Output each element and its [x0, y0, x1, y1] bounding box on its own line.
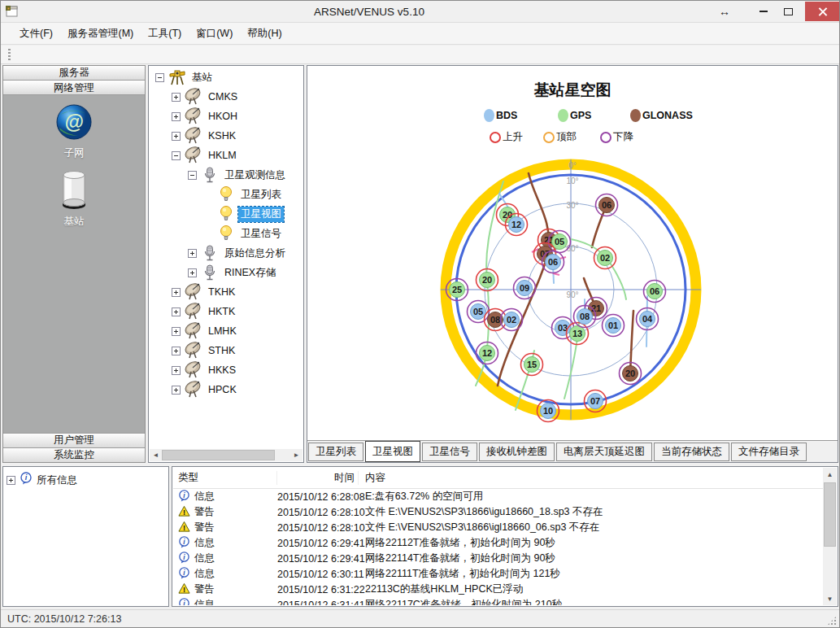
expander-plus-icon[interactable]	[172, 386, 181, 395]
expander-plus-icon[interactable]	[188, 268, 197, 277]
log-type-label: 警告	[194, 521, 215, 534]
tree-node-label[interactable]: 卫星视图	[238, 207, 284, 222]
message-tree-root[interactable]: i 所有信息	[3, 467, 168, 493]
menu-item[interactable]: 文件(F)	[12, 24, 60, 44]
tree-node-label[interactable]: 卫星观测信息	[222, 168, 288, 183]
tree-node[interactable]: 基站	[150, 68, 302, 87]
menu-item[interactable]: 帮助(H)	[240, 24, 289, 44]
expander-plus-icon[interactable]	[172, 132, 181, 141]
log-row[interactable]: i信息2015/10/12 6:29:41网络22112T准备就绪，初始化时间为…	[173, 535, 823, 551]
tree-node[interactable]: CMKS	[150, 87, 302, 107]
expander-plus-icon[interactable]	[7, 476, 15, 485]
tree-node-label[interactable]: 卫星信号	[238, 226, 284, 242]
tree-node-label[interactable]: HKKS	[206, 364, 238, 377]
tree-node[interactable]: STHK	[150, 341, 302, 360]
log-row[interactable]: i信息2015/10/12 6:29:41网络22114T准备就绪，初始化时间为…	[173, 551, 823, 566]
expander-plus-icon[interactable]	[172, 112, 181, 121]
title-bar: ARSNet/VENUS v5.10 ↔	[1, 1, 839, 22]
tree-node[interactable]: LMHK	[150, 321, 302, 341]
log-vertical-scrollbar[interactable]: ▲ ▼	[823, 468, 837, 605]
menu-item[interactable]: 窗口(W)	[189, 24, 240, 44]
expander-plus-icon[interactable]	[172, 366, 181, 375]
expander-minus-icon[interactable]	[172, 151, 181, 160]
sidebar-button[interactable]: 系统监控	[3, 447, 145, 462]
expander-plus-icon[interactable]	[172, 327, 181, 336]
tree-node-label[interactable]: STHK	[206, 344, 237, 357]
log-cell-type: !警告	[173, 505, 277, 520]
log-row[interactable]: !警告2015/10/12 6:28:10文件 E:\VENUS2\SP3\18…	[173, 504, 823, 520]
tree-node-label[interactable]: HKLM	[206, 149, 239, 162]
sidebar-shortcut-station[interactable]: 基站	[3, 168, 145, 229]
satellite-marker: 04	[637, 308, 659, 330]
expander-minus-icon[interactable]	[188, 171, 197, 180]
tree-node-label[interactable]: 原始信息分析	[222, 246, 288, 261]
tab-卫星视图[interactable]: 卫星视图	[365, 441, 420, 462]
maximize-button[interactable]	[776, 2, 800, 20]
scrollbar-thumb[interactable]	[162, 450, 275, 460]
tree-node-label[interactable]: 卫星列表	[238, 187, 284, 203]
tab-接收机钟差图[interactable]: 接收机钟差图	[479, 443, 555, 461]
sidebar-button[interactable]: 网络管理	[3, 81, 145, 95]
log-cell-type: i信息	[173, 490, 277, 504]
expander-minus-icon[interactable]	[155, 73, 164, 82]
tree-node-label[interactable]: LMHK	[206, 325, 239, 338]
expander-plus-icon[interactable]	[172, 288, 181, 297]
log-row[interactable]: !警告2015/10/12 6:31:2222113C的基线HKLM_HPCK已…	[173, 582, 823, 597]
tree-node-label[interactable]: TKHK	[206, 286, 237, 299]
tree-node-label[interactable]: CMKS	[206, 90, 240, 103]
toolbar-grip-icon[interactable]	[8, 49, 11, 60]
tree-node[interactable]: HPCK	[150, 380, 302, 399]
tree-node[interactable]: HKLM	[150, 146, 302, 165]
sidebar-button[interactable]: 用户管理	[3, 433, 145, 447]
menu-item[interactable]: 工具(T)	[141, 24, 189, 44]
sidebar-shortcut-subnet[interactable]: @子网	[3, 103, 145, 160]
tree-node[interactable]: 卫星观测信息	[150, 165, 302, 185]
tree-node[interactable]: 卫星视图	[150, 204, 302, 224]
log-header-type[interactable]: 类型	[173, 471, 277, 485]
expander-plus-icon[interactable]	[172, 347, 181, 355]
tree-node-label[interactable]: KSHK	[206, 129, 238, 142]
log-row[interactable]: !警告2015/10/12 6:28:10文件 E:\VENUS2\SP3\18…	[173, 520, 823, 535]
close-button[interactable]	[805, 2, 839, 21]
scroll-left-icon[interactable]: ◄	[150, 449, 162, 461]
resize-grip-icon[interactable]	[827, 616, 837, 626]
tab-卫星信号[interactable]: 卫星信号	[422, 443, 477, 461]
scroll-up-icon[interactable]: ▲	[823, 468, 837, 481]
tree-node[interactable]: HKTK	[150, 302, 302, 321]
scrollbar-track[interactable]	[823, 481, 837, 592]
tree-node-label[interactable]: HPCK	[206, 383, 239, 396]
log-header-content[interactable]: 内容	[359, 471, 823, 485]
tree-node[interactable]: HKKS	[150, 360, 302, 380]
tree-node[interactable]: 卫星列表	[150, 185, 302, 204]
scrollbar-track[interactable]	[162, 449, 290, 461]
expander-plus-icon[interactable]	[172, 307, 181, 316]
restore-arrows-icon[interactable]: ↔	[719, 5, 730, 18]
tree-node[interactable]: 原始信息分析	[150, 243, 302, 263]
scroll-down-icon[interactable]: ▼	[823, 592, 837, 605]
log-row[interactable]: i信息2015/10/12 6:30:11网络22111T准备就绪，初始化时间为…	[173, 566, 823, 582]
tree-node-label[interactable]: HKOH	[206, 110, 240, 123]
tree-node[interactable]: KSHK	[150, 126, 302, 146]
tree-node-label[interactable]: 基站	[189, 70, 215, 85]
tree-node[interactable]: RINEX存储	[150, 263, 302, 282]
expander-plus-icon[interactable]	[188, 249, 197, 258]
tab-电离层天顶延迟图[interactable]: 电离层天顶延迟图	[556, 443, 652, 461]
tab-当前存储状态[interactable]: 当前存储状态	[654, 443, 729, 461]
tree-horizontal-scrollbar[interactable]: ◄ ►	[150, 449, 302, 461]
sidebar-button[interactable]: 服务器	[3, 66, 145, 81]
scroll-right-icon[interactable]: ►	[290, 449, 302, 461]
tab-文件存储目录[interactable]: 文件存储目录	[731, 443, 807, 461]
tree-node[interactable]: 卫星信号	[150, 224, 302, 243]
menu-item[interactable]: 服务器管理(M)	[60, 24, 141, 44]
tree-node-label[interactable]: HKTK	[206, 305, 237, 318]
log-row[interactable]: i信息2015/10/12 6:31:41网络22117C准备就绪，初始化时间为…	[173, 597, 823, 605]
tab-卫星列表[interactable]: 卫星列表	[308, 443, 363, 461]
tree-node[interactable]: TKHK	[150, 282, 302, 302]
log-header-time[interactable]: 时间	[277, 471, 359, 485]
log-row[interactable]: i信息2015/10/12 6:28:08E:盘有63.72% 的空间可用	[173, 489, 823, 504]
tree-node-label[interactable]: RINEX存储	[222, 265, 278, 281]
tree-node[interactable]: HKOH	[150, 107, 302, 126]
expander-plus-icon[interactable]	[172, 93, 181, 102]
minimize-button[interactable]	[751, 2, 776, 20]
scrollbar-thumb[interactable]	[824, 482, 836, 547]
